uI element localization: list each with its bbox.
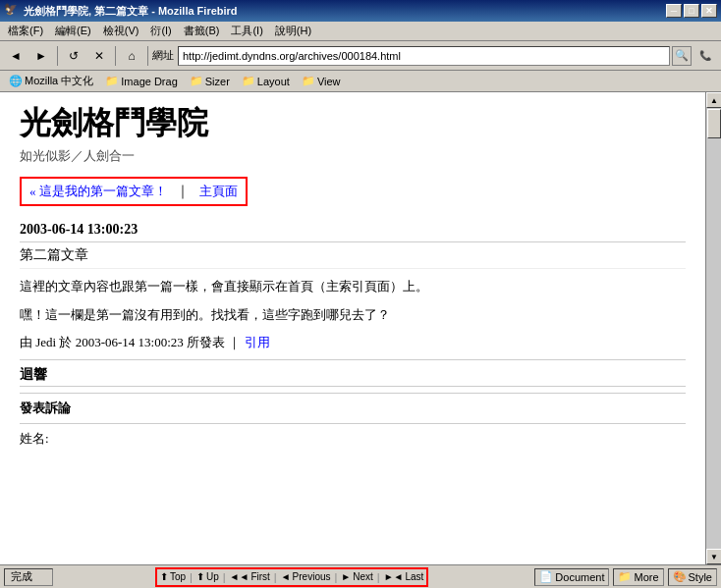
form-name-label: 姓名:: [20, 430, 686, 448]
menu-file[interactable]: 檔案(F): [2, 22, 49, 40]
post-date: 2003-06-14 13:00:23: [20, 222, 686, 242]
reload-button[interactable]: ↺: [62, 44, 85, 68]
status-nav-area: ⬆ Top | ⬆ Up | ◄◄ First | ◄ Previous: [55, 567, 528, 587]
home-link[interactable]: 主頁面: [199, 184, 238, 198]
style-icon: 🎨: [673, 570, 687, 583]
status-nav-box: ⬆ Top | ⬆ Up | ◄◄ First | ◄ Previous: [155, 567, 428, 587]
toolbar-separator-2: [115, 46, 116, 66]
bookmarks-layout[interactable]: 📁 Layout: [237, 72, 295, 90]
document-icon: 📄: [539, 570, 553, 583]
menu-bookmarks[interactable]: 書籤(B): [178, 22, 226, 40]
go-button[interactable]: 🔍: [672, 46, 692, 66]
title-bar: 🦅 光劍格鬥學院, 第二篇文章 - Mozilla Firebird ─ □ ✕: [0, 0, 721, 22]
forward-button[interactable]: ►: [29, 44, 53, 68]
menu-edit[interactable]: 編輯(E): [49, 22, 97, 40]
toolbar-separator-3: [147, 46, 148, 66]
first-icon: ◄◄: [230, 571, 250, 582]
back-button[interactable]: ◄: [4, 44, 28, 68]
last-icon: ►◄: [384, 571, 404, 582]
site-title: 光劍格鬥學院: [20, 102, 686, 145]
post-meta-text: 由 Jedi 於 2003-06-14 13:00:23 所發表 ｜: [20, 335, 241, 349]
status-previous-button[interactable]: ◄ Previous: [281, 571, 331, 582]
menu-view[interactable]: 檢視(V): [97, 22, 145, 40]
navigation-toolbar: ◄ ► ↺ ✕ ⌂ 網址 🔍 📞: [0, 41, 721, 71]
bookmarks-view[interactable]: 📁 View: [297, 72, 346, 90]
status-bar: 完成 ⬆ Top | ⬆ Up | ◄◄ First | ◄: [0, 564, 721, 588]
mozilla-icon: 🌐: [9, 75, 23, 87]
status-top-button[interactable]: ⬆ Top: [160, 571, 186, 582]
bookmarks-bar: 🌐 Mozilla 中文化 📁 Image Drag 📁 Sizer 📁 Lay…: [0, 71, 721, 92]
close-button[interactable]: ✕: [701, 4, 717, 18]
cite-link[interactable]: 引用: [245, 335, 270, 349]
first-article-link[interactable]: « 這是我的第一篇文章！: [29, 184, 167, 198]
site-subtitle: 如光似影／人劍合一: [20, 147, 686, 165]
post-meta: 由 Jedi 於 2003-06-14 13:00:23 所發表 ｜ 引用: [20, 334, 686, 351]
browser-window: 🦅 光劍格鬥學院, 第二篇文章 - Mozilla Firebird ─ □ ✕…: [0, 0, 721, 588]
menu-help[interactable]: 說明(H): [269, 22, 317, 40]
scrollbar: ▲ ▼: [705, 92, 721, 564]
nav-box: « 這是我的第一篇文章！ ｜ 主頁面: [20, 177, 248, 206]
post-paragraph-1: 這裡的文章內容也跟第一篇一樣，會直接顯示在首頁（主索引頁面）上。: [20, 277, 686, 297]
window-controls: ─ □ ✕: [666, 4, 717, 18]
top-icon: ⬆: [160, 571, 168, 582]
scroll-track[interactable]: [706, 108, 721, 549]
nav-separator: ｜: [176, 184, 190, 198]
phone-button[interactable]: 📞: [693, 44, 717, 68]
sizer-icon: 📁: [190, 75, 203, 87]
scroll-up-button[interactable]: ▲: [706, 92, 721, 108]
divider-1: [20, 359, 686, 360]
post-paragraph-2: 嘿！這一欄是第一篇沒有用到的。找找看，這些字跑到哪兒去了？: [20, 305, 686, 326]
imagedrag-icon: 📁: [105, 75, 119, 87]
divider-2: [20, 393, 686, 394]
app-icon: 🦅: [4, 3, 20, 19]
status-more-button[interactable]: 📁 More: [613, 568, 663, 586]
layout-icon: 📁: [242, 75, 255, 87]
stop-button[interactable]: ✕: [87, 44, 111, 68]
maximize-button[interactable]: □: [684, 4, 699, 18]
previous-icon: ◄: [281, 571, 291, 582]
bookmarks-sizer[interactable]: 📁 Sizer: [185, 72, 235, 90]
status-style-button[interactable]: 🎨 Style: [668, 568, 717, 586]
address-input[interactable]: [178, 46, 670, 66]
menu-tools[interactable]: 工具(I): [225, 22, 268, 40]
view-icon: 📁: [302, 75, 315, 87]
next-icon: ►: [341, 571, 351, 582]
menu-bar: 檔案(F) 編輯(E) 檢視(V) 衍(I) 書籤(B) 工具(I) 說明(H): [0, 22, 721, 41]
comment-form-heading: 發表訴論: [20, 400, 686, 417]
more-icon: 📁: [618, 570, 632, 583]
comments-heading: 迴響: [20, 366, 686, 387]
post-title: 第二篇文章: [20, 246, 686, 269]
status-document-button[interactable]: 📄 Document: [534, 568, 609, 586]
divider-3: [20, 423, 686, 424]
bookmarks-mozilla[interactable]: 🌐 Mozilla 中文化: [4, 71, 98, 91]
post-body: 這裡的文章內容也跟第一篇一樣，會直接顯示在首頁（主索引頁面）上。 嘿！這一欄是第…: [20, 277, 686, 326]
scroll-thumb[interactable]: [707, 109, 721, 138]
address-label: 網址: [152, 48, 174, 63]
minimize-button[interactable]: ─: [666, 4, 682, 18]
content-area: 光劍格鬥學院 如光似影／人劍合一 « 這是我的第一篇文章！ ｜ 主頁面 2003…: [0, 92, 721, 564]
status-last-button[interactable]: ►◄ Last: [384, 571, 424, 582]
status-up-button[interactable]: ⬆ Up: [196, 571, 219, 582]
page-content: 光劍格鬥學院 如光似影／人劍合一 « 這是我的第一篇文章！ ｜ 主頁面 2003…: [0, 92, 705, 564]
up-icon: ⬆: [196, 571, 204, 582]
bookmarks-imagedrag[interactable]: 📁 Image Drag: [100, 72, 182, 90]
status-next-button[interactable]: ► Next: [341, 571, 372, 582]
menu-go[interactable]: 衍(I): [144, 22, 177, 40]
status-first-button[interactable]: ◄◄ First: [230, 571, 270, 582]
status-right-area: 📄 Document 📁 More 🎨 Style: [534, 568, 717, 586]
toolbar-separator-1: [57, 46, 58, 66]
scroll-down-button[interactable]: ▼: [706, 549, 721, 564]
window-title: 光劍格鬥學院, 第二篇文章 - Mozilla Firebird: [24, 4, 666, 19]
home-button[interactable]: ⌂: [120, 44, 143, 68]
status-done: 完成: [4, 568, 53, 586]
